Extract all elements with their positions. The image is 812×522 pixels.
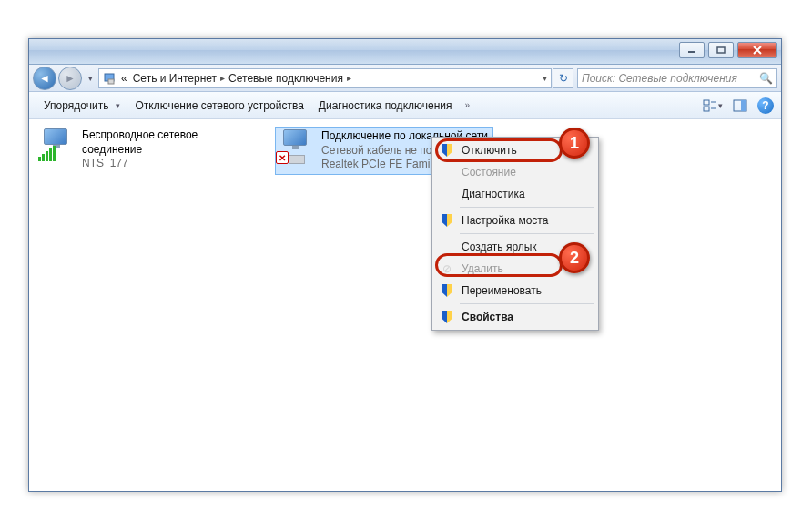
minimize-button[interactable] [679, 42, 705, 58]
breadcrumb-root[interactable]: « [121, 72, 127, 85]
shield-icon [440, 310, 454, 324]
ctx-status: Состояние [434, 161, 596, 183]
disconnected-x-icon: ✕ [276, 151, 289, 164]
svg-rect-0 [717, 47, 725, 53]
view-options-button[interactable]: ▾ [703, 96, 723, 116]
chevron-right-icon: ▸ [220, 73, 225, 83]
delete-icon: ⊘ [440, 261, 454, 276]
disable-device-button[interactable]: Отключение сетевого устройства [127, 96, 310, 116]
address-bar-row: ◄ ► ▾ « Сеть и Интернет ▸ Сетевые подклю… [29, 65, 781, 92]
command-toolbar: Упорядочить Отключение сетевого устройст… [29, 92, 781, 119]
toolbar-overflow[interactable]: » [460, 100, 476, 110]
help-button[interactable]: ? [757, 97, 774, 114]
shield-icon [440, 213, 454, 228]
breadcrumb-level2[interactable]: Сетевые подключения [228, 72, 343, 85]
breadcrumb-dropdown[interactable]: ▾ [543, 73, 547, 83]
ctx-diagnose[interactable]: Диагностика [434, 183, 596, 205]
refresh-button[interactable]: ↻ [553, 68, 573, 88]
annotation-bubble-2: 2 [559, 242, 590, 273]
ethernet-icon: ✕ [278, 129, 314, 162]
search-input[interactable]: Поиск: Сетевые подключения 🔍 [577, 68, 777, 88]
annotation-bubble-1: 1 [559, 128, 590, 159]
svg-rect-3 [704, 100, 709, 105]
svg-rect-6 [741, 100, 746, 111]
connection-name: Беспроводное сетевое соединение [82, 128, 253, 157]
context-menu: Отключить Состояние Диагностика Настройк… [431, 137, 599, 331]
shield-icon [440, 143, 454, 158]
search-placeholder: Поиск: Сетевые подключения [582, 72, 737, 85]
location-icon [103, 71, 117, 86]
connection-wireless[interactable]: Беспроводное сетевое соединение NTS_177 [36, 127, 255, 173]
connection-network: NTS_177 [82, 157, 253, 171]
breadcrumb-level1[interactable]: Сеть и Интернет [133, 72, 217, 85]
svg-rect-2 [108, 79, 114, 84]
shield-icon [440, 283, 454, 298]
window-controls [679, 42, 777, 58]
ctx-bridge[interactable]: Настройка моста [434, 210, 596, 231]
diagnose-button[interactable]: Диагностика подключения [311, 96, 460, 116]
maximize-button[interactable] [708, 42, 734, 58]
search-icon: 🔍 [759, 72, 773, 85]
wifi-icon [38, 128, 75, 161]
ctx-properties[interactable]: Свойства [434, 306, 596, 328]
connections-pane: Беспроводное сетевое соединение NTS_177 … [29, 119, 781, 491]
nav-forward-button[interactable]: ► [58, 67, 82, 90]
close-button[interactable] [737, 42, 777, 58]
organize-menu[interactable]: Упорядочить [36, 96, 127, 116]
menu-separator [460, 303, 594, 304]
menu-separator [460, 233, 594, 234]
explorer-window: ◄ ► ▾ « Сеть и Интернет ▸ Сетевые подклю… [28, 38, 782, 492]
preview-pane-button[interactable] [730, 96, 750, 116]
nav-back-button[interactable]: ◄ [33, 67, 56, 90]
nav-history-dropdown[interactable]: ▾ [84, 68, 96, 88]
svg-rect-4 [704, 107, 709, 111]
breadcrumb-bar[interactable]: « Сеть и Интернет ▸ Сетевые подключения … [98, 68, 552, 88]
chevron-right-icon: ▸ [347, 73, 351, 83]
ctx-rename[interactable]: Переименовать [434, 280, 596, 302]
window-titlebar[interactable] [29, 39, 781, 65]
menu-separator [460, 207, 594, 208]
